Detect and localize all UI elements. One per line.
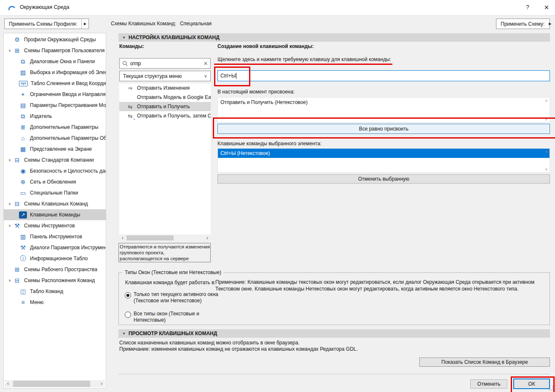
shortcut-key-input[interactable]: Ctrl+Ы <box>217 70 550 81</box>
collapse-triangle-icon: ▼ <box>122 36 126 40</box>
search-input[interactable] <box>130 61 201 67</box>
radio-all-window-types[interactable]: Все типы окон (Текстовые и Нетекстовые) <box>125 311 224 323</box>
chevron-expanded-icon[interactable]: ∨ <box>6 202 13 206</box>
command-filter-dropdown[interactable]: Текущая структура меню ∨ <box>119 71 211 81</box>
assigned-command-item[interactable]: Отправить и Получить (Нетекстовое) <box>218 98 550 107</box>
keyboard-shortcuts-icon: ↗ <box>19 211 27 219</box>
scroll-down-icon[interactable]: ∨ <box>543 167 550 171</box>
listbox-scrollbar[interactable]: ∧ ∨ <box>543 149 550 172</box>
clear-search-icon[interactable]: ✕ <box>201 61 210 67</box>
sidebar-item-advanced-options[interactable]: ≣Дополнительные Параметры <box>4 122 106 133</box>
company-standards-icon: ⊟ <box>13 157 21 163</box>
chevron-expanded-icon[interactable]: ∨ <box>6 158 13 162</box>
help-button[interactable]: ? <box>518 0 537 15</box>
shortcut-settings-panel-header[interactable]: ▼ НАСТРОЙКА КЛАВИШНЫХ КОМАНД <box>118 33 550 42</box>
sidebar-item-user-preference-schemes[interactable]: ∨⊞Схемы Параметров Пользователя <box>4 45 106 56</box>
input-constraints-icon: ⌖ <box>19 91 27 98</box>
ok-button[interactable]: ОК <box>513 379 550 389</box>
sidebar-item-keyboard-shortcut-schemes[interactable]: ∨⊟Схемы Клавишных Команд <box>4 198 106 209</box>
radio-unselected-icon[interactable] <box>125 312 131 318</box>
scroll-left-icon[interactable]: ‹ <box>5 380 11 387</box>
environment-settings-dialog: Окружающая Среда ? ✕ Применить Схемы Про… <box>0 0 555 392</box>
sidebar-item-command-layout-schemes[interactable]: ∨⊟Схемы Расположения Команд <box>4 275 106 286</box>
tool-settings-icon: ⚒ <box>19 244 27 251</box>
scroll-left-icon[interactable]: ‹ <box>119 235 126 241</box>
radio-selected-icon[interactable] <box>125 292 131 299</box>
assign-anyway-button[interactable]: Все равно присвоить <box>217 124 550 134</box>
scroll-right-icon[interactable]: › <box>204 235 211 241</box>
toolbox-icon: ▥ <box>19 233 27 240</box>
sidebar-item-keyboard-shortcuts[interactable]: ↗Клавишные Команды <box>4 209 106 220</box>
chevron-expanded-icon[interactable]: ∨ <box>6 278 13 283</box>
settings-tree: ⚙Профили Окружающей Среды ∨⊞Схемы Параме… <box>4 34 106 379</box>
scrollbar-thumb[interactable] <box>126 235 174 240</box>
on-screen-view-icon: ▦ <box>19 146 27 152</box>
currently-assigned-listbox: Отправить и Получить (Нетекстовое) ∧ ∨ <box>217 97 550 123</box>
sidebar-item-environment-profiles[interactable]: ⚙Профили Окружающей Среды <box>4 34 106 45</box>
sidebar-item-menus[interactable]: ≡Меню <box>4 297 106 308</box>
command-item-send-and-receive[interactable]: ⇆Отправить и Получить <box>119 102 211 111</box>
create-shortcut-heading: Создание новой клавишной команды: <box>217 43 314 49</box>
command-description-box: Отправляются и получаются изменения груп… <box>118 243 211 262</box>
sidebar-item-network-and-updates[interactable]: ⊕Сеть и Обновления <box>4 176 106 187</box>
advanced-options-icon: ≣ <box>19 124 27 131</box>
sidebar-item-input-constraints-and-guides[interactable]: ⌖Ограничения Ввода и Направляющие <box>4 89 106 100</box>
sidebar-item-tool-settings-dialogs[interactable]: ⚒Диалоги Параметров Инструментов <box>4 242 106 253</box>
collapse-triangle-icon: ▼ <box>122 332 126 336</box>
tracker-xyz-icon: xyz <box>19 81 28 86</box>
menu-arrow-icon: ▶ <box>549 22 551 26</box>
shortcut-input-value: Ctrl+Ы <box>220 73 236 79</box>
apply-profile-schemes-button[interactable]: Применить Схемы Профиля: ▶ <box>4 19 89 29</box>
sidebar-item-selection-and-element-information[interactable]: ▨Выборка и Информация об Элементах <box>4 67 106 78</box>
scheme-context-value: Специальная <box>180 21 212 27</box>
sidebar-item-workspace-schemes[interactable]: ⊞Схемы Рабочего Пространства <box>4 264 106 275</box>
shortcut-works-in-label: Клавишная команда будет работать в: <box>125 280 216 285</box>
element-shortcut-item-selected[interactable]: Ctrl+Ы (Нетекстовое) <box>218 149 550 158</box>
command-item-send-and-receive-then[interactable]: ⇆↘Отправить и Получить, затем Со <box>119 111 211 120</box>
apply-scheme-button[interactable]: Применить Схему: ▶ <box>496 19 550 29</box>
sidebar-item-tracker-and-coordinate-input[interactable]: xyzТабло Слежения и Ввод Координат <box>4 78 106 89</box>
command-item-send-changes[interactable]: ⇒Отправить Изменения <box>119 83 211 93</box>
tool-schemes-icon: ⚒ <box>13 222 21 229</box>
radio-current-window-type[interactable]: Только тип текущего активного окна (Текс… <box>125 291 224 304</box>
command-list-horizontal-scrollbar[interactable]: ‹ › <box>119 235 211 241</box>
sidebar-item-special-folders[interactable]: ▭Специальные Папки <box>4 187 106 198</box>
scroll-up-icon[interactable]: ∧ <box>543 99 550 103</box>
show-command-list-in-browser-button[interactable]: Показать Список Команд в Браузере <box>419 357 550 367</box>
view-shortcuts-panel-header[interactable]: ▼ ПРОСМОТР КЛАВИШНЫХ КОМАНД <box>118 329 550 338</box>
sidebar-item-data-safety-and-integrity[interactable]: ◉Безопасность и Целостность данных <box>4 165 106 176</box>
chevron-expanded-icon[interactable]: ∨ <box>6 48 13 53</box>
sidebar-item-info-box[interactable]: ⓘИнформационное Табло <box>4 253 106 264</box>
info-box-icon: ⓘ <box>19 255 27 262</box>
menus-icon: ≡ <box>19 299 27 306</box>
listbox-scrollbar[interactable]: ∧ ∨ <box>543 98 550 122</box>
sidebar-horizontal-scrollbar[interactable]: ‹ › <box>5 380 105 387</box>
send-receive-then-icon: ⇆↘ <box>126 113 134 119</box>
sidebar-item-tool-schemes[interactable]: ∨⚒Схемы Инструментов <box>4 220 106 231</box>
element-shortcuts-listbox: Ctrl+Ы (Нетекстовое) ∧ ∨ <box>217 148 550 173</box>
sidebar-item-dialog-windows-and-panels[interactable]: ⧉Диалоговые Окна и Панели <box>4 56 106 67</box>
scrollbar-thumb[interactable] <box>13 381 90 387</box>
command-item-send-model-to-google-earth[interactable]: Отправить Модель в Google Eart <box>119 93 211 102</box>
scroll-right-icon[interactable]: › <box>98 380 105 387</box>
close-icon[interactable]: ✕ <box>537 0 555 15</box>
sidebar-item-company-standards-schemes[interactable]: ∨⊟Схемы Стандартов Компании <box>4 155 106 165</box>
scheme-context-label: Схемы Клавишных Команд: <box>111 21 176 27</box>
user-preference-schemes-icon: ⊞ <box>13 47 21 54</box>
menu-arrow-icon: ▶ <box>82 22 88 26</box>
sidebar-item-command-board[interactable]: ◫Табло Команд <box>4 286 106 297</box>
sidebar-item-publisher[interactable]: ⧉Издатель <box>4 111 106 122</box>
sidebar-item-advanced-update-options[interactable]: ⌂Дополнительные Параметры Обновления <box>4 133 106 144</box>
text-caret <box>236 73 236 79</box>
sidebar-item-model-rebuild-options[interactable]: ▤Параметры Перестраивания Модели <box>4 100 106 111</box>
resize-grip[interactable] <box>549 386 553 390</box>
cancel-button[interactable]: Отменить <box>470 379 507 389</box>
scroll-down-icon[interactable]: ∨ <box>543 117 550 121</box>
sidebar-item-on-screen-view-options[interactable]: ▦Представление на Экране <box>4 144 106 155</box>
remove-selected-shortcut-button[interactable]: Отменить выбранную <box>217 174 550 184</box>
chevron-expanded-icon[interactable]: ∨ <box>6 224 13 228</box>
window-types-groupbox: Типы Окон (Текстовые или Нетекстовые) Кл… <box>118 272 550 325</box>
scroll-up-icon[interactable]: ∧ <box>543 149 550 154</box>
commands-label: Команды: <box>119 43 144 49</box>
sidebar-item-toolbox[interactable]: ▥Панель Инструментов <box>4 231 106 242</box>
